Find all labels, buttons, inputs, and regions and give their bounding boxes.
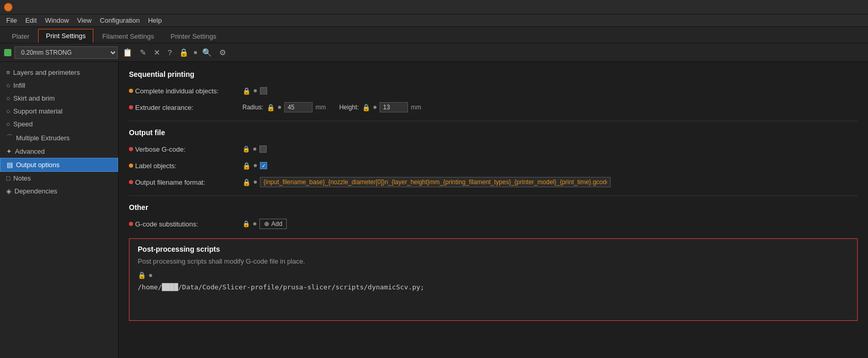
- menu-configuration[interactable]: Configuration: [96, 15, 144, 25]
- gcode-sub-label: G-code substitutions:: [129, 220, 242, 228]
- complete-individual-lock[interactable]: 🔒: [242, 87, 251, 95]
- post-script-path[interactable]: /home/████/Data/Code/Slicer-profile/prus…: [138, 283, 849, 291]
- radius-modified: [278, 106, 281, 109]
- output-filename-dot: [129, 180, 133, 184]
- modified-dot: [194, 51, 197, 54]
- dependencies-icon: ◈: [6, 187, 11, 195]
- sidebar: ≡ Layers and perimeters ○ Infill ○ Skirt…: [0, 62, 119, 358]
- sidebar-item-dependencies[interactable]: ◈ Dependencies: [0, 185, 118, 198]
- sidebar-label-speed: Speed: [13, 120, 33, 128]
- sidebar-label-infill: Infill: [13, 82, 25, 89]
- complete-individual-label: Complete individual objects:: [129, 87, 242, 95]
- sidebar-item-speed[interactable]: ○ Speed: [0, 118, 118, 131]
- edit-profile-icon[interactable]: ✎: [138, 47, 149, 58]
- sidebar-label-advanced: Advanced: [15, 148, 45, 155]
- field-gcode-substitutions: G-code substitutions: 🔒 ⊕ Add: [129, 218, 858, 230]
- height-modified: [373, 106, 376, 109]
- add-gcode-button[interactable]: ⊕ Add: [259, 219, 287, 229]
- post-script-lock[interactable]: 🔒: [138, 271, 146, 279]
- label-objects-modified: [254, 164, 257, 167]
- output-icon: ▤: [7, 161, 13, 169]
- label-objects-dot: [129, 164, 133, 168]
- field-label-objects: Label objects: 🔒 ✓: [129, 159, 858, 172]
- delete-profile-icon[interactable]: ✕: [152, 47, 162, 58]
- divider-2: [129, 196, 858, 196]
- search-icon[interactable]: 🔍: [200, 47, 214, 58]
- sidebar-item-infill[interactable]: ○ Infill: [0, 79, 118, 92]
- radius-input[interactable]: [284, 102, 313, 112]
- verbose-gcode-checkbox[interactable]: [259, 145, 267, 153]
- complete-individual-controls: 🔒: [242, 87, 267, 95]
- sidebar-label-output: Output options: [16, 161, 60, 169]
- complete-individual-modified: [254, 89, 257, 92]
- extruder-clearance-controls: Radius: 🔒 mm Height: 🔒 mm: [242, 102, 421, 112]
- height-unit: mm: [411, 104, 421, 111]
- sidebar-item-extruders[interactable]: ⌒ Multiple Extruders: [0, 131, 118, 145]
- sidebar-item-skirt[interactable]: ○ Skirt and brim: [0, 92, 118, 105]
- complete-individual-dot: [129, 89, 133, 93]
- extruder-clearance-dot: [129, 105, 133, 109]
- support-icon: ○: [6, 107, 10, 115]
- sidebar-label-skirt: Skirt and brim: [13, 94, 55, 102]
- sidebar-item-advanced[interactable]: ✦ Advanced: [0, 145, 118, 158]
- sidebar-item-support[interactable]: ○ Support material: [0, 105, 118, 118]
- verbose-gcode-lock[interactable]: 🔒: [242, 145, 250, 153]
- sidebar-item-layers[interactable]: ≡ Layers and perimeters: [0, 66, 118, 79]
- output-filename-input[interactable]: [260, 177, 611, 187]
- profile-selector[interactable]: 0.20mm STRONG: [14, 46, 118, 59]
- gcode-sub-lock[interactable]: 🔒: [242, 220, 250, 227]
- settings-icon[interactable]: ⚙: [217, 47, 228, 58]
- save-icon[interactable]: 🔒: [177, 47, 191, 58]
- height-input[interactable]: [380, 102, 408, 112]
- help-icon[interactable]: ?: [166, 47, 174, 58]
- app-icon: [4, 3, 12, 11]
- post-processing-title: Post-processing scripts: [138, 245, 849, 253]
- sidebar-item-output[interactable]: ▤ Output options: [0, 158, 118, 172]
- tab-printer-settings[interactable]: Printer Settings: [163, 29, 224, 43]
- verbose-gcode-controls: 🔒: [242, 145, 267, 153]
- menu-edit[interactable]: Edit: [21, 15, 41, 25]
- new-profile-icon[interactable]: 📋: [121, 47, 135, 58]
- menu-view[interactable]: View: [73, 15, 96, 25]
- menu-window[interactable]: Window: [41, 15, 73, 25]
- output-file-title: Output file: [129, 128, 858, 137]
- tab-print-settings[interactable]: Print Settings: [38, 29, 93, 43]
- verbose-gcode-label: Verbose G-code:: [129, 145, 242, 153]
- height-lock[interactable]: 🔒: [362, 104, 370, 111]
- radius-label: Radius:: [242, 104, 264, 111]
- divider-1: [129, 121, 858, 121]
- field-extruder-clearance: Extruder clearance: Radius: 🔒 mm Height:…: [129, 101, 858, 113]
- layers-icon: ≡: [6, 69, 10, 76]
- toolbar: 0.20mm STRONG 📋 ✎ ✕ ? 🔒 🔍 ⚙: [0, 43, 868, 62]
- radius-unit: mm: [316, 104, 326, 111]
- post-processing-section: Post-processing scripts Post processing …: [129, 238, 858, 321]
- advanced-icon: ✦: [6, 148, 12, 155]
- label-objects-lock[interactable]: 🔒: [242, 162, 251, 170]
- tab-plater[interactable]: Plater: [4, 29, 37, 43]
- label-objects-checkbox[interactable]: ✓: [260, 162, 267, 169]
- menu-file[interactable]: File: [2, 15, 21, 25]
- extruders-icon: ⌒: [6, 133, 13, 142]
- tab-bar: Plater Print Settings Filament Settings …: [0, 27, 868, 43]
- radius-lock[interactable]: 🔒: [267, 104, 275, 111]
- sidebar-label-extruders: Multiple Extruders: [16, 134, 70, 142]
- field-complete-individual: Complete individual objects: 🔒: [129, 85, 858, 97]
- speed-icon: ○: [6, 120, 10, 128]
- main-layout: ≡ Layers and perimeters ○ Infill ○ Skirt…: [0, 62, 868, 358]
- post-script-modified: [149, 274, 152, 277]
- height-label: Height:: [339, 104, 359, 111]
- gcode-sub-controls: 🔒 ⊕ Add: [242, 219, 287, 229]
- gcode-sub-modified: [253, 222, 256, 225]
- sidebar-label-notes: Notes: [13, 174, 31, 182]
- menu-bar: File Edit Window View Configuration Help: [0, 14, 868, 27]
- complete-individual-checkbox[interactable]: [260, 87, 267, 94]
- output-filename-lock[interactable]: 🔒: [242, 178, 251, 186]
- sidebar-item-notes[interactable]: □ Notes: [0, 172, 118, 185]
- gcode-sub-dot: [129, 222, 133, 226]
- verbose-gcode-dot: [129, 147, 133, 151]
- extruder-clearance-label: Extruder clearance:: [129, 104, 242, 111]
- tab-filament-settings[interactable]: Filament Settings: [94, 29, 161, 43]
- menu-help[interactable]: Help: [144, 15, 166, 25]
- notes-icon: □: [6, 174, 10, 182]
- post-processing-description: Post processing scripts shall modify G-c…: [138, 257, 849, 265]
